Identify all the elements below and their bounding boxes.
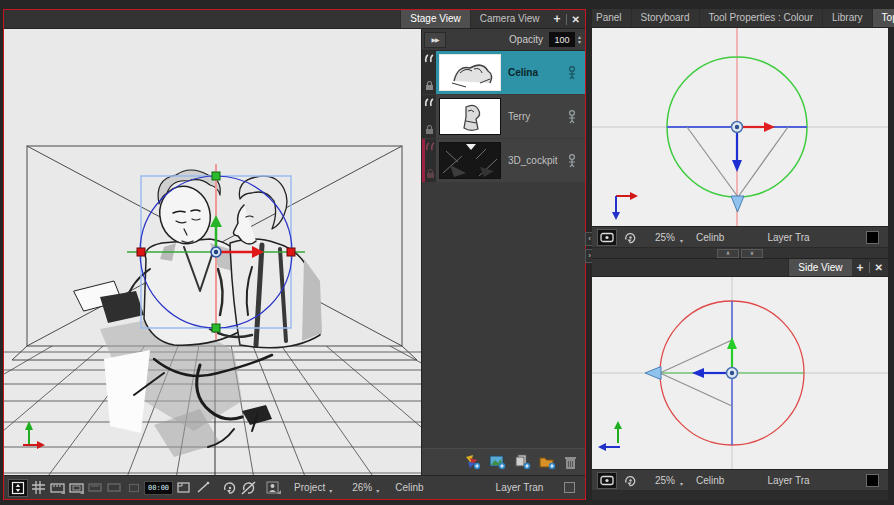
stage-statusbar: 00:00 Project▾ 26%▾ Celinb Layer Tran — [4, 475, 585, 499]
grid-icon — [32, 481, 45, 494]
thumbnail-sketch — [440, 55, 500, 90]
tab-side-view[interactable]: Side View — [788, 259, 851, 276]
safe-area-button[interactable] — [68, 479, 85, 497]
layer-person-icon[interactable] — [567, 110, 577, 124]
zoom-level-selector[interactable]: 26% — [352, 482, 372, 493]
scale-handle-left[interactable] — [137, 248, 145, 256]
rotate-view-button[interactable] — [221, 479, 238, 497]
side-view-axis-indicator — [598, 421, 622, 451]
tab-stage-view[interactable]: Stage View — [400, 10, 469, 28]
background-color-swatch[interactable] — [866, 231, 879, 244]
scale-handle-right[interactable] — [287, 248, 295, 256]
scale-handle-top[interactable] — [212, 172, 220, 180]
layer-name[interactable]: Celina — [508, 67, 567, 78]
right-dock: Panel Storyboard Tool Properties : Colou… — [592, 9, 888, 500]
close-view-button[interactable]: ✕ — [875, 262, 883, 273]
opacity-spinner[interactable]: ▴ ▾ — [578, 35, 581, 45]
layers-panel: ▶▶ Opacity 100 ▴ ▾ — [421, 29, 585, 475]
scale-handle-bottom[interactable] — [212, 324, 220, 332]
tool-name-label: Layer Tra — [767, 475, 809, 486]
z-arrowhead — [732, 160, 742, 172]
tab-panel[interactable]: Panel — [592, 9, 631, 27]
lock-icon[interactable] — [425, 125, 434, 135]
scene-name-label: Celinb — [696, 232, 724, 243]
tab-top-view[interactable]: Top View — [872, 9, 894, 27]
side-view-viewport[interactable] — [592, 277, 888, 470]
thumbnail-view-icon — [177, 481, 191, 494]
top-view-toolbar: 25%▾ Celinb Layer Tra — [592, 227, 888, 248]
tab-library[interactable]: Library — [822, 9, 872, 27]
camera-mask-button[interactable] — [49, 479, 66, 497]
camera-marker[interactable] — [731, 196, 744, 212]
tool-option-checkbox[interactable] — [564, 482, 575, 493]
dock-tabbar: Panel Storyboard Tool Properties : Colou… — [592, 9, 888, 28]
thumbnail-sketch — [440, 99, 500, 134]
splitter-down-button[interactable]: ∨ — [741, 249, 763, 258]
current-drawing-button[interactable] — [265, 479, 282, 497]
layer-thumbnail[interactable] — [439, 142, 501, 179]
top-view-viewport[interactable] — [592, 28, 888, 227]
background-color-swatch[interactable] — [866, 474, 879, 487]
visibility-icon[interactable] — [425, 142, 436, 151]
mask-overlay-button[interactable] — [87, 479, 104, 497]
camera-marker[interactable] — [645, 367, 661, 380]
ruler-button[interactable] — [194, 479, 211, 497]
layer-gutter — [422, 51, 436, 94]
lock-icon[interactable] — [426, 169, 435, 179]
scene-name-label: Celinb — [395, 482, 423, 493]
pivot-center-dot — [214, 250, 218, 254]
add-bitmap-layer-icon[interactable] — [489, 454, 506, 470]
stage-scene — [4, 29, 421, 475]
camera-view-toggle-button[interactable] — [597, 229, 617, 246]
zoom-level-selector[interactable]: 25% — [655, 475, 675, 486]
tab-camera-view[interactable]: Camera View — [470, 10, 549, 28]
view-splitter[interactable]: ∧ ∨ — [592, 248, 888, 259]
layer-person-icon[interactable] — [567, 66, 577, 80]
zoom-level-selector[interactable]: 25% — [655, 232, 675, 243]
add-group-icon[interactable] — [539, 454, 556, 470]
camera-view-toggle-button[interactable] — [597, 472, 617, 489]
layer-name[interactable]: 3D_cockpit — [508, 155, 567, 166]
top-view-axis-indicator — [612, 192, 638, 220]
layer-row-3d-cockpit[interactable]: 3D_cockpit — [422, 139, 585, 182]
fit-view-button[interactable] — [8, 479, 28, 497]
reset-rotation-button[interactable] — [240, 479, 257, 497]
layer-person-icon[interactable] — [567, 154, 577, 168]
tab-tool-properties[interactable]: Tool Properties : Colour — [699, 9, 823, 27]
close-view-button[interactable]: ✕ — [572, 14, 580, 25]
delete-layer-icon[interactable] — [564, 455, 577, 470]
layer-row-celina[interactable]: Celina — [422, 51, 585, 94]
lock-icon[interactable] — [425, 81, 434, 91]
layer-thumbnail[interactable] — [439, 54, 501, 91]
project-selector[interactable]: Project — [294, 482, 325, 493]
visibility-icon[interactable] — [424, 98, 435, 107]
add-view-button[interactable]: + — [554, 12, 561, 26]
tab-divider — [869, 262, 870, 273]
add-vector-layer-icon[interactable] — [464, 454, 481, 470]
letterbox-button[interactable] — [106, 479, 123, 497]
stage-viewport[interactable] — [4, 29, 421, 475]
mask-overlay-icon — [88, 481, 103, 494]
add-view-button[interactable]: + — [857, 261, 864, 275]
pivot-center-dot — [730, 371, 734, 375]
expand-panel-button[interactable]: ▶▶ — [424, 32, 446, 48]
thumbnail-view-button[interactable] — [175, 479, 192, 497]
grid-toggle-button[interactable] — [30, 479, 47, 497]
zoom-caret-icon: ▾ — [680, 480, 683, 487]
reset-view-button[interactable] — [620, 229, 640, 246]
thumbnail-sketch — [440, 143, 500, 178]
side-view-scene — [592, 277, 888, 469]
layer-name[interactable]: Terry — [508, 111, 567, 122]
opacity-value-field[interactable]: 100 — [549, 32, 575, 47]
layer-thumbnail[interactable] — [439, 98, 501, 135]
stage-window: Stage View Camera View + ✕ — [3, 9, 586, 500]
pivot-center-dot — [735, 125, 739, 129]
visibility-icon[interactable] — [424, 54, 435, 63]
reset-view-button[interactable] — [620, 472, 640, 489]
tab-storyboard[interactable]: Storyboard — [631, 9, 699, 27]
spinner-down-icon[interactable]: ▾ — [578, 40, 581, 45]
layer-row-terry[interactable]: Terry — [422, 95, 585, 138]
duplicate-layer-icon[interactable] — [514, 454, 531, 470]
splitter-up-button[interactable]: ∧ — [717, 249, 739, 258]
small-mask-button[interactable] — [125, 479, 142, 497]
